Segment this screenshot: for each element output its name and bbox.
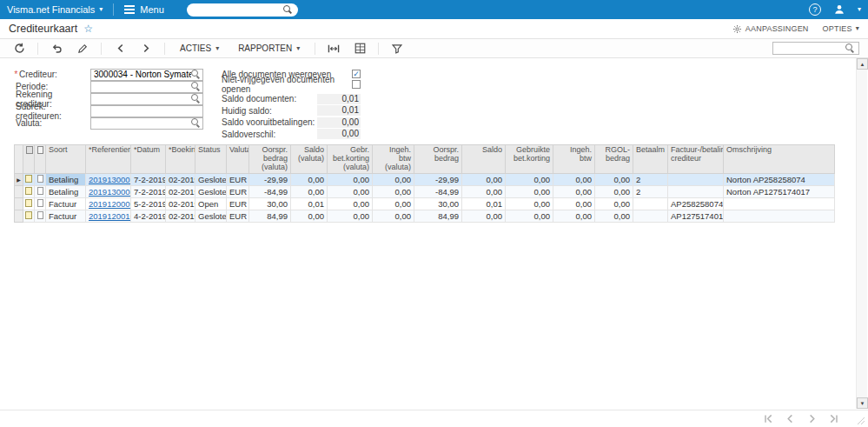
cell-gebr[interactable]: 0,00	[506, 185, 553, 197]
table-row[interactable]: Factuur20191200104-2-201902-2019Gesloten…	[15, 210, 835, 222]
cell-status[interactable]: Open	[195, 197, 227, 210]
crediteur-value[interactable]	[94, 70, 191, 79]
cell-status[interactable]: Gesloten	[195, 210, 227, 222]
subrek-crediteuren-input[interactable]	[90, 105, 203, 117]
column-header-oorspr[interactable]: Oorspr. bedrag	[414, 145, 462, 174]
vertical-scrollbar[interactable]: ▲ ▼	[856, 58, 867, 409]
cell-rgol[interactable]: 0,00	[595, 197, 633, 210]
cell-oorspr[interactable]: -84,99	[414, 185, 462, 197]
cell-datum[interactable]: 7-2-2019	[131, 173, 166, 185]
cell-datum[interactable]: 5-2-2019	[131, 197, 166, 210]
cell-omschrijving[interactable]	[724, 210, 835, 222]
cell-btw_val[interactable]: 0,00	[373, 173, 414, 185]
cell-oorspr_val[interactable]: -29,99	[249, 173, 291, 185]
column-header-betaalm[interactable]: Betaalm	[633, 145, 668, 174]
cell-datum[interactable]: 4-2-2019	[131, 210, 166, 222]
chevron-down-icon[interactable]: ▾	[858, 6, 861, 13]
row-notes-cell[interactable]	[23, 185, 35, 197]
column-header-valuta[interactable]: Valuta	[227, 145, 249, 174]
cell-oorspr[interactable]: 30,00	[414, 197, 462, 210]
cell-boekin[interactable]: 02-2019	[166, 173, 195, 185]
reference-link[interactable]: 2019120010	[89, 211, 131, 221]
cell-factuur[interactable]	[668, 173, 724, 185]
favorite-star-icon[interactable]: ☆	[83, 23, 93, 35]
global-search[interactable]	[187, 3, 298, 17]
filter-button[interactable]	[387, 41, 407, 57]
cell-btw[interactable]: 0,00	[553, 173, 595, 185]
global-search-input[interactable]	[192, 5, 283, 15]
cell-datum[interactable]: 7-2-2019	[131, 185, 166, 197]
cell-oorspr[interactable]: -29,99	[414, 173, 462, 185]
search-icon[interactable]	[845, 43, 855, 53]
cell-status[interactable]: Gesloten	[195, 173, 227, 185]
refresh-button[interactable]	[9, 41, 30, 57]
options-button[interactable]: OPTIES ▾	[823, 24, 859, 33]
valuta-value[interactable]	[94, 118, 191, 128]
cell-saldo_val[interactable]: 0,00	[291, 210, 328, 222]
cell-gebr_val[interactable]: 0,00	[328, 210, 373, 222]
cell-valuta[interactable]: EUR	[227, 173, 249, 185]
checkbox-niet-vrijgegeven[interactable]	[352, 80, 361, 89]
checkbox-alle-documenten[interactable]: ✓	[352, 70, 361, 78]
rekening-crediteur-value[interactable]	[94, 94, 191, 103]
cell-saldo[interactable]: 0,01	[462, 197, 506, 210]
cell-btw[interactable]: 0,00	[553, 210, 595, 222]
cell-oorspr_val[interactable]: 84,99	[249, 210, 291, 222]
cell-soort[interactable]: Factuur	[46, 210, 86, 222]
cell-saldo[interactable]: 0,00	[462, 173, 506, 185]
cell-betaalm[interactable]	[633, 197, 668, 210]
cell-gebr[interactable]: 0,00	[506, 173, 553, 185]
cell-boekin[interactable]: 02-2019	[166, 210, 195, 222]
column-header-oorspr_val[interactable]: Oorspr. bedrag (valuta)	[249, 145, 291, 174]
subrek-crediteuren-value[interactable]	[94, 106, 191, 116]
cell-gebr_val[interactable]: 0,00	[328, 173, 373, 185]
row-notes-cell[interactable]	[23, 173, 35, 185]
row-files-cell[interactable]	[35, 185, 46, 197]
row-files-cell[interactable]	[35, 197, 46, 210]
cell-valuta[interactable]: EUR	[227, 197, 249, 210]
column-header-soort[interactable]: Soort	[46, 145, 86, 174]
valuta-input[interactable]	[90, 117, 203, 130]
column-header-factuur[interactable]: Factuur-/betaling crediteur	[668, 145, 724, 174]
column-header-saldo_val[interactable]: Saldo (valuta)	[291, 145, 328, 174]
user-icon[interactable]	[833, 3, 845, 16]
scroll-down-button[interactable]: ▼	[857, 397, 868, 409]
cell-saldo[interactable]: 0,00	[462, 185, 506, 197]
last-page-button[interactable]	[829, 414, 838, 424]
first-page-button[interactable]	[764, 414, 773, 424]
table-row[interactable]: Betaling20191300087-2-201902-2019Geslote…	[15, 185, 835, 197]
edit-pencil-button[interactable]	[72, 41, 93, 57]
lookup-icon[interactable]	[191, 82, 201, 91]
column-header-gebr_val[interactable]: Gebr. bet.korting (valuta)	[328, 145, 373, 174]
cell-rgol[interactable]: 0,00	[595, 185, 633, 197]
cell-oorspr[interactable]: 84,99	[414, 210, 462, 222]
cell-soort[interactable]: Betaling	[46, 185, 86, 197]
column-header-datum[interactable]: *Datum	[131, 145, 166, 174]
column-header-gebr[interactable]: Gebruikte bet.korting	[506, 145, 553, 174]
reference-link[interactable]: 2019130007	[89, 175, 131, 184]
undo-button[interactable]	[46, 41, 67, 57]
menu-button[interactable]: Menu	[124, 4, 164, 15]
cell-status[interactable]: Gesloten	[195, 185, 227, 197]
cell-soort[interactable]: Factuur	[46, 197, 86, 210]
reference-link[interactable]: 2019130008	[89, 187, 131, 197]
previous-page-button[interactable]	[785, 414, 795, 424]
row-files-cell[interactable]	[35, 173, 46, 185]
cell-ref[interactable]: 2019130008	[86, 185, 131, 197]
cell-ref[interactable]: 2019130007	[86, 173, 131, 185]
cell-factuur[interactable]	[668, 185, 724, 197]
fit-width-button[interactable]	[323, 41, 344, 57]
cell-btw_val[interactable]: 0,00	[373, 197, 414, 210]
periode-value[interactable]	[94, 82, 191, 91]
cell-saldo_val[interactable]: 0,01	[291, 197, 328, 210]
crediteur-input[interactable]	[90, 69, 203, 81]
cell-betaalm[interactable]: 2	[633, 185, 668, 197]
column-header-btw[interactable]: Ingeh. btw	[553, 145, 595, 174]
cell-saldo[interactable]: 0,00	[462, 210, 506, 222]
cell-ref[interactable]: 2019120009	[86, 197, 131, 210]
periode-input[interactable]	[90, 81, 203, 93]
cell-boekin[interactable]: 02-2019	[166, 197, 195, 210]
cell-saldo_val[interactable]: 0,00	[291, 173, 328, 185]
row-notes-cell[interactable]	[23, 197, 35, 210]
cell-omschrijving[interactable]: Norton AP1275174017	[724, 185, 835, 197]
